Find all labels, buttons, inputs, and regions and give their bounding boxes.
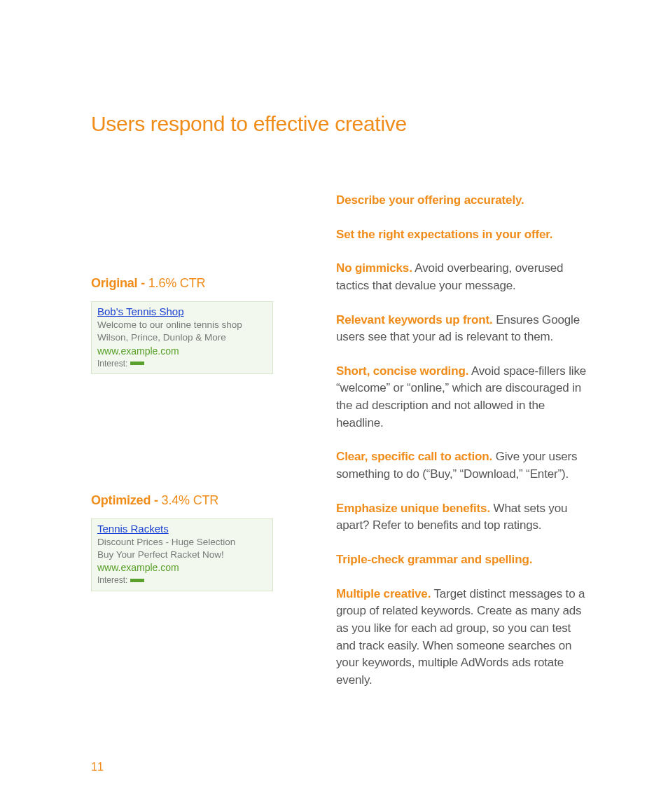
tip-item: Short, concise wording. Avoid space-fill… — [336, 363, 591, 432]
tip-lead: Set the right expectations in your offer… — [336, 228, 552, 241]
ad-interest-label: Interest: — [97, 574, 127, 586]
original-label-bold: Original - — [91, 276, 148, 290]
ad-interest-row: Interest: — [97, 574, 267, 586]
optimized-ad-box: Tennis Rackets Discount Prices - Huge Se… — [91, 518, 273, 591]
ad-line-1: Discount Prices - Huge Selection — [97, 536, 267, 549]
tip-lead: Relevant keywords up front. — [336, 313, 493, 326]
ad-line-1: Welcome to our online tennis shop — [97, 319, 267, 331]
spacer — [91, 374, 301, 493]
columns: Original - 1.6% CTR Bob's Tennis Shop We… — [91, 192, 591, 706]
tips-column: Describe your offering accurately.Set th… — [301, 192, 591, 706]
tip-item: Emphasize unique benefits. What sets you… — [336, 500, 591, 535]
ad-title: Bob's Tennis Shop — [97, 305, 267, 319]
ad-interest-row: Interest: — [97, 358, 267, 369]
ad-title: Tennis Rackets — [97, 522, 267, 536]
interest-bar-fill — [130, 362, 144, 365]
tip-item: No gimmicks. Avoid overbearing, overused… — [336, 260, 591, 294]
ad-line-2: Wilson, Prince, Dunlop & More — [97, 331, 267, 344]
optimized-label-bold: Optimized - — [91, 493, 162, 507]
ad-line-2: Buy Your Perfect Racket Now! — [97, 549, 267, 561]
original-ad-box: Bob's Tennis Shop Welcome to our online … — [91, 301, 273, 374]
interest-bar-icon — [130, 579, 161, 582]
interest-bar-fill — [130, 579, 144, 582]
tip-item: Relevant keywords up front. Ensures Goog… — [336, 312, 591, 346]
document-page: Users respond to effective creative Orig… — [0, 0, 668, 706]
tip-lead: Emphasize unique benefits. — [336, 502, 490, 515]
tip-item: Describe your offering accurately. — [336, 192, 591, 209]
page-title: Users respond to effective creative — [91, 112, 591, 136]
tip-item: Set the right expectations in your offer… — [336, 226, 591, 244]
tip-lead: No gimmicks. — [336, 261, 412, 275]
tip-lead: Multiple creative. — [336, 587, 431, 600]
original-label-value: 1.6% CTR — [148, 276, 205, 290]
optimized-ctr-label: Optimized - 3.4% CTR — [91, 493, 301, 508]
tip-lead: Describe your offering accurately. — [336, 193, 524, 207]
optimized-label-value: 3.4% CTR — [162, 493, 218, 507]
ad-url: www.example.com — [97, 561, 267, 574]
tip-item: Clear, specific call to action. Give you… — [336, 448, 591, 483]
interest-bar-icon — [130, 362, 161, 365]
ad-url: www.example.com — [97, 345, 267, 358]
original-ctr-label: Original - 1.6% CTR — [91, 276, 301, 291]
left-column: Original - 1.6% CTR Bob's Tennis Shop We… — [91, 192, 301, 706]
tip-lead: Short, concise wording. — [336, 364, 468, 378]
tip-item: Multiple creative. Target distinct messa… — [336, 586, 591, 689]
tip-lead: Triple-check grammar and spelling. — [336, 553, 532, 566]
tip-lead: Clear, specific call to action. — [336, 450, 492, 463]
tip-body: Target distinct messages to a group of r… — [336, 587, 585, 687]
ad-interest-label: Interest: — [97, 358, 127, 369]
tip-item: Triple-check grammar and spelling. — [336, 551, 591, 569]
page-number: 11 — [91, 761, 104, 773]
